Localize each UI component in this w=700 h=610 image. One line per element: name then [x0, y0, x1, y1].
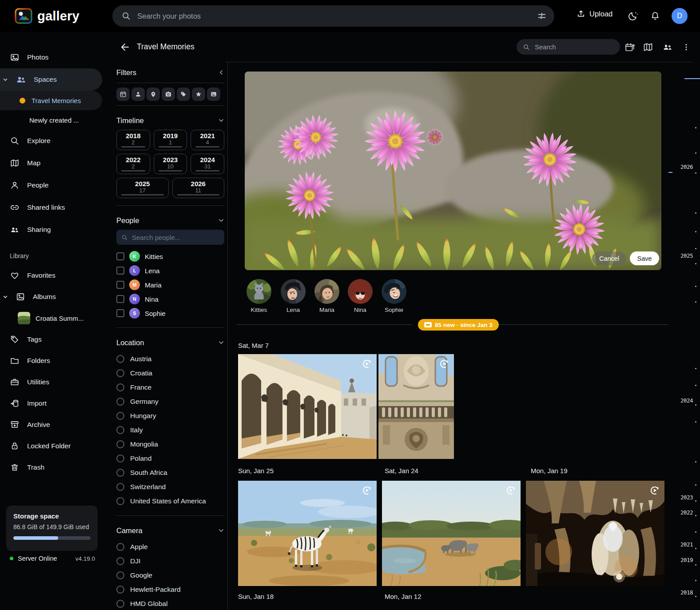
year-chip-2024[interactable]: 202431 — [191, 154, 224, 174]
year-chip-2018[interactable]: 20182 — [116, 130, 150, 150]
filter-tag-button[interactable] — [177, 88, 190, 101]
camera-option-google[interactable]: Google — [116, 568, 224, 582]
sidebar-item-newly-created[interactable]: Newly created ... — [0, 110, 102, 130]
radio[interactable] — [116, 600, 124, 608]
share-members-button[interactable] — [662, 42, 673, 52]
sidebar-item-utilities[interactable]: Utilities — [0, 371, 102, 393]
radio[interactable] — [116, 497, 124, 505]
global-search-input[interactable]: Search your photos — [112, 5, 554, 27]
person-avatar-kitties[interactable] — [247, 279, 271, 304]
location-section-header[interactable]: Location — [116, 333, 224, 352]
scrubber-position-marker[interactable] — [684, 78, 700, 79]
year-chip-2019[interactable]: 20191 — [154, 130, 187, 150]
sidebar-item-folders[interactable]: Folders — [0, 350, 102, 371]
location-option-poland[interactable]: Poland — [116, 451, 224, 466]
chevron-down-icon[interactable] — [3, 294, 8, 299]
space-search-input[interactable]: Search — [517, 39, 620, 55]
scrubber-year[interactable]: 2023 — [680, 494, 693, 501]
camera-section-header[interactable]: Camera — [116, 521, 224, 540]
user-avatar[interactable]: D — [672, 8, 688, 24]
people-search-input[interactable]: Search people... — [116, 230, 224, 245]
timeline-scrubber[interactable]: 2026 2025 2024 2023 2022 2021 2019 2018 — [668, 62, 700, 610]
filter-date-button[interactable] — [116, 88, 130, 101]
search-filters-icon[interactable] — [533, 7, 551, 25]
sidebar-item-shared-links[interactable]: Shared links — [0, 196, 102, 219]
scrubber-year[interactable]: 2025 — [680, 252, 693, 259]
cancel-button[interactable]: Cancel — [592, 251, 626, 265]
photo-tile-zebra[interactable] — [238, 481, 377, 586]
person-avatar-nina[interactable] — [348, 279, 373, 304]
theme-toggle-button[interactable] — [627, 10, 640, 22]
sidebar-item-map[interactable]: Map — [0, 152, 102, 174]
radio[interactable] — [116, 586, 124, 594]
year-chip-2025[interactable]: 202517 — [116, 178, 169, 198]
more-options-button[interactable] — [681, 42, 692, 52]
radio[interactable] — [116, 369, 124, 377]
location-option-france[interactable]: France — [116, 380, 224, 395]
chevron-down-icon[interactable] — [3, 77, 8, 82]
sidebar-item-album-croatia[interactable]: Croatia Summ... — [0, 307, 102, 329]
checkbox[interactable] — [116, 295, 124, 303]
location-option-hungary[interactable]: Hungary — [116, 409, 224, 423]
filter-location-button[interactable] — [147, 88, 160, 101]
sidebar-item-sharing[interactable]: Sharing — [0, 219, 102, 241]
sidebar-item-locked-folder[interactable]: Locked Folder — [0, 435, 102, 457]
location-option-usa[interactable]: United States of America — [116, 494, 224, 508]
sidebar-item-albums[interactable]: Albums — [0, 286, 102, 307]
person-filter-sophie[interactable]: S Sophie — [116, 306, 224, 320]
location-option-croatia[interactable]: Croatia — [116, 366, 224, 380]
location-option-austria[interactable]: Austria — [116, 352, 224, 366]
radio[interactable] — [116, 469, 124, 477]
notifications-button[interactable] — [649, 10, 661, 22]
filter-camera-button[interactable] — [162, 88, 175, 101]
person-avatar-lena[interactable] — [281, 279, 306, 304]
camera-option-dji[interactable]: DJI — [116, 554, 224, 568]
person-avatar-sophie[interactable] — [382, 279, 406, 304]
filter-media-button[interactable] — [207, 88, 220, 101]
sidebar-item-archive[interactable]: Archive — [0, 414, 102, 435]
save-button[interactable]: Save — [630, 251, 659, 265]
map-view-button[interactable] — [643, 42, 653, 52]
sidebar-item-trash[interactable]: Trash — [0, 457, 102, 478]
scrubber-year[interactable]: 2019 — [680, 557, 693, 563]
timeline-section-header[interactable]: Timeline — [116, 111, 224, 130]
radio[interactable] — [116, 355, 124, 363]
sidebar-item-people[interactable]: People — [0, 174, 102, 196]
filter-favorite-button[interactable] — [192, 88, 205, 101]
app-logo[interactable]: gallery — [15, 7, 80, 25]
sidebar-item-favorites[interactable]: Favorites — [0, 265, 102, 286]
year-chip-2021[interactable]: 20214 — [191, 130, 224, 150]
year-chip-2022[interactable]: 20222 — [116, 154, 150, 174]
checkbox[interactable] — [116, 281, 124, 289]
year-chip-2023[interactable]: 202310 — [154, 154, 187, 174]
person-filter-nina[interactable]: N Nina — [116, 292, 224, 306]
checkbox[interactable] — [116, 309, 124, 317]
people-section-header[interactable]: People — [116, 211, 224, 230]
photo-tile-arcade[interactable] — [238, 354, 377, 459]
checkbox[interactable] — [116, 267, 124, 275]
back-button[interactable] — [120, 42, 131, 52]
radio[interactable] — [116, 398, 124, 406]
scrubber-year[interactable]: 2018 — [680, 589, 693, 596]
year-chip-2026[interactable]: 202611 — [172, 178, 225, 198]
radio[interactable] — [116, 557, 124, 565]
radio[interactable] — [116, 412, 124, 420]
filter-people-button[interactable] — [131, 88, 145, 101]
sidebar-item-import[interactable]: Import — [0, 393, 102, 414]
sidebar-item-travel-memories[interactable]: Travel Memories — [0, 91, 102, 110]
sidebar-item-spaces[interactable]: Spaces — [0, 68, 102, 91]
scrubber-year[interactable]: 2021 — [680, 541, 693, 548]
photo-tile-facade[interactable] — [378, 354, 454, 459]
radio[interactable] — [116, 543, 124, 551]
radio[interactable] — [116, 455, 124, 462]
collapse-panel-icon[interactable] — [218, 69, 224, 76]
location-option-mongolia[interactable]: Mongolia — [116, 437, 224, 451]
location-option-italy[interactable]: Italy — [116, 423, 224, 437]
sort-by-date-button[interactable] — [624, 42, 635, 52]
person-filter-lena[interactable]: L Lena — [116, 263, 224, 278]
radio[interactable] — [116, 571, 124, 579]
scrubber-year[interactable]: 2022 — [680, 509, 693, 516]
radio[interactable] — [116, 383, 124, 391]
upload-button[interactable]: Upload — [576, 9, 612, 19]
scrubber-year[interactable]: 2026 — [680, 163, 693, 170]
